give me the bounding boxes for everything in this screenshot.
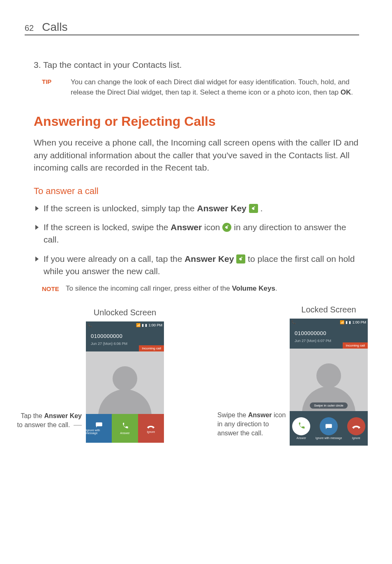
button-row: Ignore with message Answer Ignore bbox=[86, 414, 164, 443]
locked-button-row: Answer Ignore with message bbox=[290, 411, 368, 446]
phone-handset-icon: 📞 bbox=[291, 320, 296, 324]
document-page: 62 Calls 3. Tap the contact in your Cont… bbox=[0, 0, 392, 470]
figure-unlocked: Tap the Answer Key to answer the call. U… bbox=[16, 305, 164, 446]
b2-key: Answer bbox=[171, 222, 202, 232]
phone-handset-icon: 📞 bbox=[88, 323, 92, 327]
note-pre: To silence the incoming call ringer, pre… bbox=[66, 284, 232, 292]
ignore-with-message-button[interactable]: Ignore with message bbox=[86, 414, 112, 443]
avatar-area: Swipe in outer circle bbox=[290, 349, 368, 411]
answer-circle-icon bbox=[222, 223, 231, 232]
caption-locked: Swipe the Answer icon in any direction t… bbox=[217, 313, 287, 437]
note-key: Volume Keys bbox=[232, 284, 275, 292]
b2-mid: icon bbox=[202, 222, 222, 232]
avatar-head-icon bbox=[316, 363, 341, 388]
phone-icon bbox=[297, 422, 306, 431]
tip-label: TIP bbox=[42, 77, 71, 97]
status-bar: 📞 📶 ▮ ▮ 1:00 PM bbox=[86, 321, 164, 329]
bullet-2: If the screen is locked, swipe the Answe… bbox=[35, 221, 359, 246]
tip-text-before: You can change the look of each Direct d… bbox=[71, 78, 350, 96]
clock-text: 1:00 PM bbox=[148, 323, 162, 327]
b1-post: . bbox=[258, 203, 263, 213]
avatar-area bbox=[86, 351, 164, 414]
caller-block: 0100000000 Jun 27 (Mon) 6:07 PM Incoming… bbox=[290, 326, 368, 349]
note-post: . bbox=[275, 284, 277, 292]
signal-icon: ▮ bbox=[346, 320, 348, 324]
bullet-1: If the screen is unlocked, simply tap th… bbox=[35, 202, 359, 215]
battery-icon: ▮ bbox=[145, 323, 147, 327]
btn-label: Ignore with message bbox=[86, 429, 112, 435]
cap1-key: Answer Key bbox=[44, 412, 82, 419]
swipe-hint: Swipe in outer circle bbox=[310, 402, 348, 409]
fig-title-unlocked: Unlocked Screen bbox=[94, 308, 156, 317]
answer-swipe-button[interactable]: Answer bbox=[292, 417, 310, 439]
answer-key-icon bbox=[236, 254, 245, 264]
cap1-pre: Tap the bbox=[21, 412, 44, 419]
figures-row: Tap the Answer Key to answer the call. U… bbox=[25, 305, 359, 446]
btn-label: Ignore with message bbox=[316, 437, 342, 439]
ignore-with-message-swipe-button[interactable]: Ignore with message bbox=[316, 417, 342, 439]
incoming-call-tag: Incoming call bbox=[139, 345, 164, 351]
hangup-icon bbox=[351, 423, 361, 429]
cap2-pre: Swipe the bbox=[217, 411, 248, 418]
answer-button[interactable]: Answer bbox=[112, 414, 138, 443]
svg-rect-1 bbox=[325, 424, 332, 428]
answer-key-icon bbox=[249, 204, 258, 213]
bullet-triangle-icon bbox=[35, 225, 39, 230]
svg-rect-0 bbox=[96, 423, 102, 426]
signal-icon: ▮ bbox=[142, 323, 144, 327]
b3-pre: If you were already on a call, tap the bbox=[44, 254, 184, 264]
b3-key: Answer Key bbox=[184, 254, 234, 264]
phone-locked: 📞 📶 ▮ ▮ 1:00 PM 0100000000 Jun 27 (Mon) … bbox=[290, 319, 368, 446]
b1-pre: If the screen is unlocked, simply tap th… bbox=[44, 203, 197, 213]
caller-block: 0100000000 Jun 27 (Mon) 6:06 PM Incoming… bbox=[86, 329, 164, 351]
btn-label: Answer bbox=[120, 432, 129, 435]
ignore-swipe-button[interactable]: Ignore bbox=[347, 417, 365, 439]
btn-label: Ignore bbox=[147, 430, 155, 433]
wifi-icon: 📶 bbox=[136, 323, 141, 327]
step-3: 3. Tap the contact in your Contacts list… bbox=[34, 60, 359, 70]
heading-answering-rejecting: Answering or Rejecting Calls bbox=[34, 114, 359, 129]
cap2-key: Answer bbox=[248, 411, 272, 418]
clock-text: 1:00 PM bbox=[352, 320, 366, 324]
heading-to-answer: To answer a call bbox=[34, 186, 359, 196]
b2-pre: If the screen is locked, swipe the bbox=[44, 222, 171, 232]
ignore-button[interactable]: Ignore bbox=[138, 414, 164, 443]
message-icon bbox=[325, 423, 333, 429]
tip-block: TIP You can change the look of each Dire… bbox=[42, 77, 359, 97]
figure-locked: Swipe the Answer icon in any direction t… bbox=[217, 305, 368, 446]
message-icon bbox=[95, 422, 103, 428]
bullet-triangle-icon bbox=[35, 206, 39, 211]
leader-line bbox=[74, 425, 82, 425]
b1-key: Answer Key bbox=[197, 203, 247, 213]
avatar-body-icon bbox=[98, 389, 152, 414]
status-bar: 📞 📶 ▮ ▮ 1:00 PM bbox=[290, 319, 368, 326]
battery-icon: ▮ bbox=[349, 320, 351, 324]
tip-text-after: . bbox=[351, 88, 353, 96]
page-number: 62 bbox=[25, 23, 34, 33]
phone-icon bbox=[121, 422, 129, 430]
caller-number: 0100000000 bbox=[295, 330, 363, 336]
wifi-icon: 📶 bbox=[340, 320, 344, 324]
btn-label: Answer bbox=[297, 437, 306, 439]
caller-number: 0100000000 bbox=[91, 333, 159, 339]
incoming-call-tag: Incoming call bbox=[343, 342, 368, 349]
tip-text: You can change the look of each Direct d… bbox=[71, 77, 359, 97]
cap1-post: to answer the call. bbox=[17, 421, 70, 428]
caption-unlocked: Tap the Answer Key to answer the call. bbox=[16, 321, 82, 429]
fig-title-locked: Locked Screen bbox=[301, 305, 356, 314]
bullet-3: If you were already on a call, tap the A… bbox=[35, 253, 359, 278]
note-text: To silence the incoming call ringer, pre… bbox=[66, 284, 277, 293]
phone-unlocked: 📞 📶 ▮ ▮ 1:00 PM 0100000000 Jun 27 (Mon) … bbox=[86, 321, 164, 443]
avatar-head-icon bbox=[113, 366, 137, 391]
note-block: NOTE To silence the incoming call ringer… bbox=[42, 284, 359, 293]
hangup-icon bbox=[146, 423, 155, 429]
note-label: NOTE bbox=[42, 284, 66, 293]
bullet-triangle-icon bbox=[35, 257, 39, 261]
intro-paragraph: When you receive a phone call, the Incom… bbox=[34, 136, 359, 174]
btn-label: Ignore bbox=[352, 437, 360, 439]
page-title: Calls bbox=[42, 21, 67, 34]
tip-ok: OK bbox=[341, 88, 351, 96]
page-header: 62 Calls bbox=[25, 21, 359, 35]
